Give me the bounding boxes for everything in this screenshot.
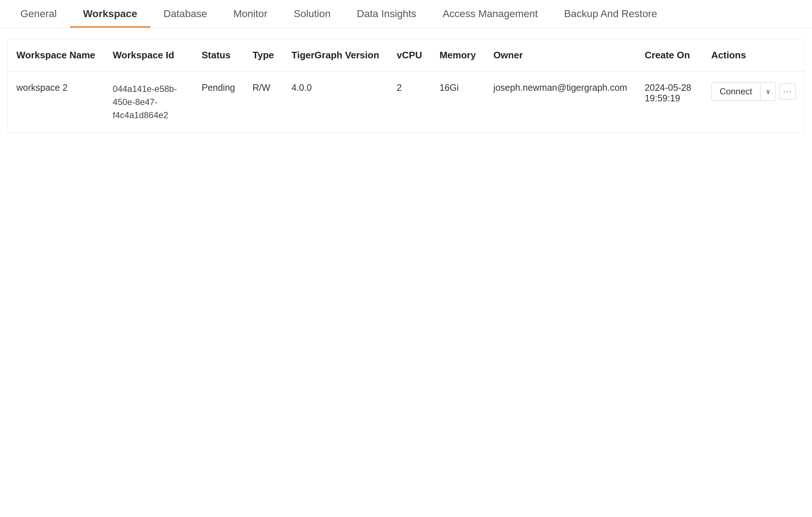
col-tigergraph-version: TigerGraph Version — [283, 39, 388, 71]
connect-button-label: Connect — [712, 83, 761, 100]
page-container: General Workspace Database Monitor Solut… — [0, 0, 812, 517]
cell-status: Pending — [193, 71, 244, 133]
col-workspace-id: Workspace Id — [104, 39, 193, 71]
main-content: Workspace Name Workspace Id Status Type … — [0, 28, 812, 517]
col-memory: Memory — [431, 39, 485, 71]
cell-workspace-name: workspace 2 — [8, 71, 104, 133]
workspace-table-container: Workspace Name Workspace Id Status Type … — [7, 39, 805, 133]
actions-container: Connect ∨ ··· — [711, 82, 796, 101]
col-owner: Owner — [485, 39, 636, 71]
workspace-table: Workspace Name Workspace Id Status Type … — [8, 39, 804, 133]
status-value: Pending — [202, 82, 235, 93]
tab-solution[interactable]: Solution — [281, 0, 344, 28]
tab-backup-restore[interactable]: Backup And Restore — [551, 0, 670, 28]
cell-owner: joseph.newman@tigergraph.com — [485, 71, 636, 133]
more-options-button[interactable]: ··· — [780, 83, 796, 100]
cell-memory: 16Gi — [431, 71, 485, 133]
tab-access-management[interactable]: Access Management — [429, 0, 551, 28]
cell-create-on: 2024-05-28 19:59:19 — [636, 71, 703, 133]
connect-button[interactable]: Connect ∨ — [711, 82, 776, 101]
tab-monitor[interactable]: Monitor — [220, 0, 280, 28]
cell-tigergraph-version: 4.0.0 — [283, 71, 388, 133]
cell-actions: Connect ∨ ··· — [703, 71, 804, 133]
cell-type: R/W — [244, 71, 283, 133]
tab-database[interactable]: Database — [151, 0, 220, 28]
col-create-on: Create On — [636, 39, 703, 71]
table-header-row: Workspace Name Workspace Id Status Type … — [8, 39, 804, 71]
cell-vcpu: 2 — [388, 71, 431, 133]
col-vcpu: vCPU — [388, 39, 431, 71]
col-actions: Actions — [703, 39, 804, 71]
workspace-id-value: 044a141e-e58b-450e-8e47-f4c4a1d864e2 — [113, 84, 177, 120]
tab-workspace[interactable]: Workspace — [70, 0, 151, 28]
cell-workspace-id: 044a141e-e58b-450e-8e47-f4c4a1d864e2 — [104, 71, 193, 133]
connect-dropdown-icon[interactable]: ∨ — [761, 84, 776, 99]
tab-navigation: General Workspace Database Monitor Solut… — [0, 0, 812, 28]
col-type: Type — [244, 39, 283, 71]
table-row: workspace 2 044a141e-e58b-450e-8e47-f4c4… — [8, 71, 804, 133]
tab-data-insights[interactable]: Data Insights — [344, 0, 429, 28]
tab-general[interactable]: General — [7, 0, 70, 28]
col-status: Status — [193, 39, 244, 71]
col-workspace-name: Workspace Name — [8, 39, 104, 71]
